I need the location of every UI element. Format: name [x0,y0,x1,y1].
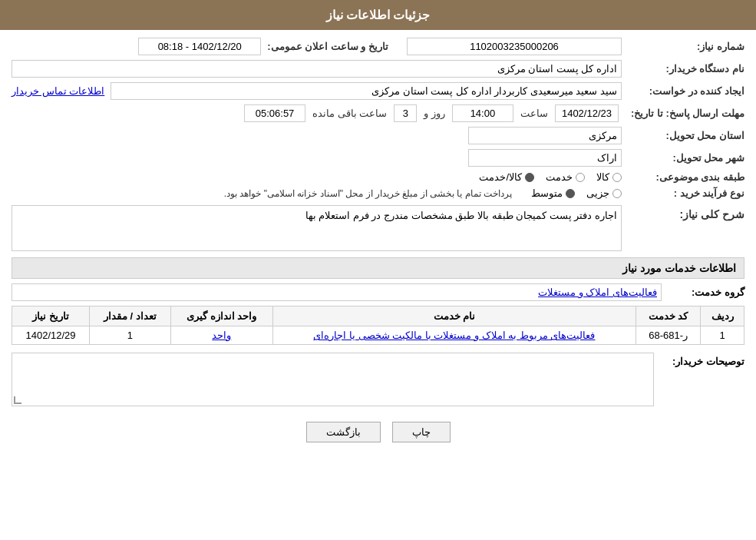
purchase-type-option-jozii[interactable]: جزیی [586,187,622,199]
table-cell-date: 1402/12/29 [12,326,90,345]
table-cell-unit[interactable]: واحد [170,326,272,345]
buyer-org-value: اداره کل پست استان مرکزی [12,60,622,78]
buyer-notes-section: توصیحات خریدار: [12,353,744,406]
province-label: استان محل تحویل: [622,130,744,141]
buyer-org-label: نام دستگاه خریدار: [622,63,744,75]
announce-date-label: تاریخ و ساعت اعلان عمومی: [261,41,388,52]
deadline-remaining: 05:06:57 [244,104,305,122]
deadline-row: مهلت ارسال پاسخ: تا تاریخ: 1402/12/23 سا… [12,104,744,122]
category-label-kala-khedmat: کالا/خدمت [479,171,522,183]
creator-row: ایجاد کننده در خواست: سید سعید میرسعیدی … [12,82,744,100]
page-title: جزئیات اطلاعات نیاز [326,8,431,22]
category-row: طبقه بندی موضوعی: کالا خدمت کالا/خدمت [12,171,744,183]
back-button[interactable]: بازگشت [306,422,381,442]
province-value: مرکزی [468,127,622,144]
city-label: شهر محل تحویل: [622,152,744,164]
purchase-type-label: نوع فرآیند خرید : [622,187,744,199]
buyer-notes-resize-handle [14,396,21,404]
table-cell-code: ر-681-68 [636,326,700,345]
category-radio-kala-khedmat-icon [525,173,534,182]
purchase-type-radio-motavasset-icon [566,189,575,198]
purchase-type-option-motavasset[interactable]: متوسط [531,187,575,199]
deadline-remaining-label: ساعت باقی مانده [312,108,387,119]
buyer-org-row: نام دستگاه خریدار: اداره کل پست استان مر… [12,60,744,78]
announce-date-value: 1402/12/20 - 08:18 [138,38,261,55]
page-wrapper: جزئیات اطلاعات نیاز شماره نیاز: 11020032… [0,0,756,540]
creator-value: سید سعید میرسعیدی کاربردار اداره کل پست … [111,82,622,100]
category-option-khedmat[interactable]: خدمت [546,171,585,183]
table-header-code: کد خدمت [636,306,700,326]
creator-label: ایجاد کننده در خواست: [622,85,744,97]
buyer-notes-box [12,353,654,406]
purchase-type-radio-group: جزیی متوسط پرداخت تمام یا بخشی از مبلغ خ… [12,187,622,199]
table-cell-row: 1 [701,326,744,345]
purchase-type-label-jozii: جزیی [586,187,609,199]
table-cell-quantity: 1 [90,326,171,345]
creator-link[interactable]: اطلاعات تماس خریدار [12,85,104,97]
description-value: اجاره دفتر پست کمیجان طبقه بالا طبق مشخص… [12,205,622,251]
description-wrapper: اجاره دفتر پست کمیجان طبقه بالا طبق مشخص… [12,205,622,251]
province-row: استان محل تحویل: مرکزی [12,127,744,144]
purchase-type-label-motavasset: متوسط [531,187,563,199]
table-header-quantity: تعداد / مقدار [90,306,171,326]
group-service-row: گروه خدمت: فعالیت‌های املاک و مستغلات [12,283,744,301]
deadline-time: 14:00 [452,104,513,122]
description-row: شرح کلی نیاز: اجاره دفتر پست کمیجان طبقه… [12,205,744,251]
need-number-label: شماره نیاز: [622,41,744,52]
category-option-kala-khedmat[interactable]: کالا/خدمت [479,171,534,183]
deadline-label: مهلت ارسال پاسخ: تا تاریخ: [622,108,744,119]
table-header-service: نام خدمت [273,306,636,326]
group-service-label: گروه خدمت: [668,287,744,298]
table-header-unit: واحد اندازه گیری [170,306,272,326]
print-button[interactable]: چاپ [392,422,451,442]
category-label-kala: کالا [596,171,609,183]
purchase-type-radio-jozii-icon [612,189,622,198]
category-radio-kala-icon [612,173,622,182]
description-section-title: شرح کلی نیاز: [622,205,744,220]
services-table: ردیف کد خدمت نام خدمت واحد اندازه گیری ت… [12,306,744,345]
city-row: شهر محل تحویل: اراک [12,149,744,167]
buyer-notes-label: توصیحات خریدار: [660,353,744,367]
category-radio-khedmat-icon [576,173,585,182]
services-section-title: اطلاعات خدمات مورد نیاز [12,257,744,279]
page-header: جزئیات اطلاعات نیاز [0,0,756,30]
table-cell-service[interactable]: فعالیت‌های مربوط به املاک و مستغلات با م… [273,326,636,345]
category-label: طبقه بندی موضوعی: [622,171,744,183]
deadline-days: 3 [394,104,417,122]
group-service-value: فعالیت‌های املاک و مستغلات [12,283,662,301]
table-header-row: ردیف [701,306,744,326]
city-value: اراک [468,149,622,167]
need-number-row: شماره نیاز: 1102003235000206 تاریخ و ساع… [12,38,744,55]
deadline-date: 1402/12/23 [555,104,619,122]
category-radio-group: کالا خدمت کالا/خدمت [12,171,622,183]
main-content: شماره نیاز: 1102003235000206 تاریخ و ساع… [0,30,756,465]
purchase-type-row: نوع فرآیند خرید : جزیی متوسط پرداخت تمام… [12,187,744,199]
purchase-type-note: پرداخت تمام یا بخشی از مبلغ خریدار از مح… [224,188,512,199]
category-label-khedmat: خدمت [546,171,573,183]
table-row: 1 ر-681-68 فعالیت‌های مربوط به املاک و م… [12,326,744,345]
deadline-days-label: روز و [424,108,445,119]
deadline-time-label: ساعت [520,108,548,119]
table-header-date: تاریخ نیاز [12,306,90,326]
buttons-row: چاپ بازگشت [12,422,744,442]
need-number-value: 1102003235000206 [407,38,622,55]
category-option-kala[interactable]: کالا [596,171,622,183]
